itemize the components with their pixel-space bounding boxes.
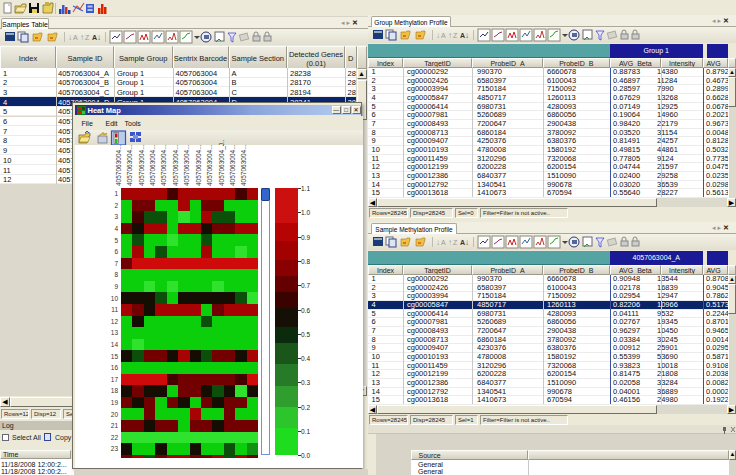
svg-text:A: A [441, 239, 446, 246]
svg-text:Z: Z [453, 239, 458, 246]
svg-text:↓: ↓ [68, 33, 72, 42]
svg-text:A: A [73, 34, 78, 41]
svg-text:↓: ↓ [436, 238, 440, 247]
svg-text:↓: ↓ [97, 33, 101, 42]
svg-text:↑: ↑ [448, 238, 452, 247]
svg-text:Z: Z [453, 32, 458, 39]
svg-text:↓: ↓ [436, 31, 440, 40]
svg-text:Z: Z [85, 34, 90, 41]
svg-text:↑: ↑ [80, 33, 84, 42]
svg-text:↑: ↑ [448, 31, 452, 40]
svg-text:↓: ↓ [465, 238, 469, 247]
svg-text:A: A [441, 32, 446, 39]
svg-text:↓: ↓ [465, 31, 469, 40]
